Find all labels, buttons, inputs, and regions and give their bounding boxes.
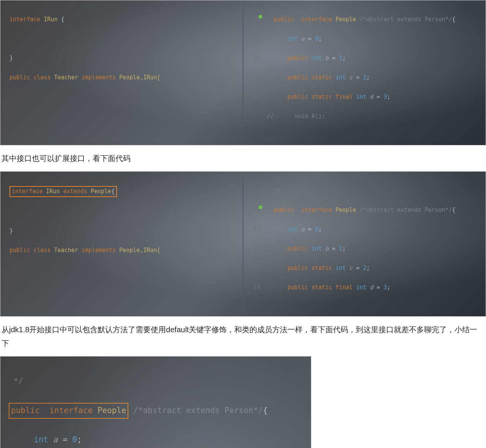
code-pane-right-1: 10 public interface People /*abstract ex… — [243, 3, 480, 142]
highlight-public-interface: public interface People — [9, 403, 128, 418]
code-pane-left-2: interface IRun extends People{ } public … — [6, 175, 243, 313]
gutter-dot-icon — [259, 205, 262, 209]
gutter-dot-icon — [259, 15, 262, 19]
code-block-2: interface IRun extends People{ } public … — [0, 171, 486, 317]
article-text-1: 其中接口也可以扩展接口，看下面代码 — [0, 145, 486, 171]
highlight-extends: interface IRun extends People{ — [9, 186, 117, 197]
keyword-interface: interface — [9, 16, 40, 23]
article-text-2: 从jdk1.8开始接口中可以包含默认方法了需要使用default关键字修饰，和类… — [0, 317, 486, 356]
code-block-3: */ public interface People /*abstract ex… — [0, 356, 311, 448]
type-irun: IRun — [44, 16, 57, 23]
code-block-1: interface IRun { } public class Teacher … — [0, 0, 486, 145]
code-pane-left-1: interface IRun { } public class Teacher … — [6, 3, 243, 142]
code-pane-right-2: */ 10 public interface People /*abstract… — [243, 175, 480, 313]
